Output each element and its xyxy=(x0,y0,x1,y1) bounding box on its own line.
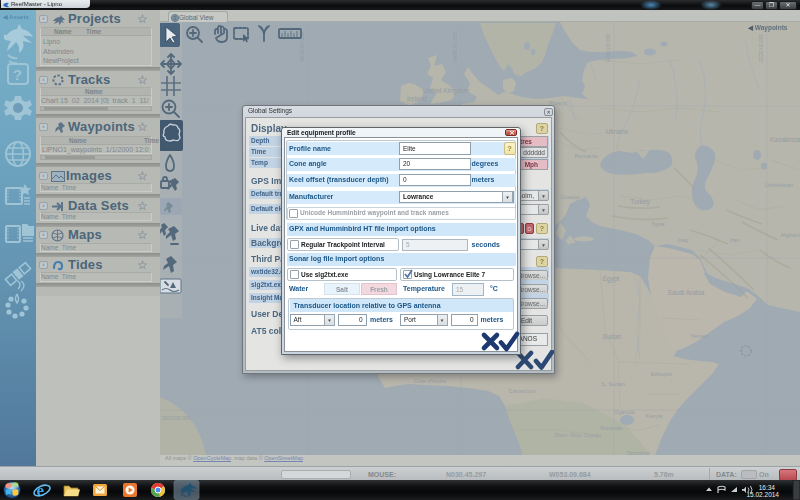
svg-text:Iraq: Iraq xyxy=(678,237,688,243)
svg-text:?: ? xyxy=(13,66,22,83)
svg-text:Afghani: Afghani xyxy=(780,232,800,238)
svg-text:Dem. Rep. Congo: Dem. Rep. Congo xyxy=(555,432,601,438)
svg-text:e: e xyxy=(37,481,45,500)
svg-text:Côte d'Ivoire: Côte d'Ivoire xyxy=(414,378,446,384)
svg-text:S003.00.000: S003.00.000 xyxy=(162,415,191,421)
svg-text:United Kingdom: United Kingdom xyxy=(423,87,469,95)
svg-text:15.02.2014: 15.02.2014 xyxy=(746,491,779,498)
svg-text:Uzbekistan: Uzbekistan xyxy=(765,182,794,188)
svg-text:Cameroon: Cameroon xyxy=(508,388,535,394)
svg-text:Turkey: Turkey xyxy=(630,198,650,206)
svg-text:E010.00.000: E010.00.000 xyxy=(605,33,611,62)
svg-text:Egypt: Egypt xyxy=(603,275,620,283)
svg-text:Rwanda: Rwanda xyxy=(600,425,622,431)
svg-text:Greece: Greece xyxy=(560,194,579,200)
svg-text:Kazakhstan: Kazakhstan xyxy=(770,136,800,143)
svg-text:Saudi Arabia: Saudi Arabia xyxy=(668,289,705,296)
svg-text:W000.00.000: W000.00.000 xyxy=(452,32,458,62)
svg-text:Ukraine: Ukraine xyxy=(606,128,629,135)
svg-text:S. Sudan: S. Sudan xyxy=(601,381,625,387)
svg-text:Uganda: Uganda xyxy=(614,409,635,415)
svg-text:Syria: Syria xyxy=(651,221,665,227)
svg-text:Sudan: Sudan xyxy=(603,333,622,340)
svg-text:Kenya: Kenya xyxy=(646,413,663,419)
svg-text:16:34: 16:34 xyxy=(759,484,776,491)
svg-text:Iran: Iran xyxy=(730,237,740,243)
svg-text:Ethiopia: Ethiopia xyxy=(651,371,673,377)
svg-text:Romania: Romania xyxy=(574,153,598,159)
svg-text:Ireland: Ireland xyxy=(407,95,427,102)
svg-text:Yemen: Yemen xyxy=(690,333,708,339)
svg-text:E020.00.000: E020.00.000 xyxy=(758,33,764,62)
